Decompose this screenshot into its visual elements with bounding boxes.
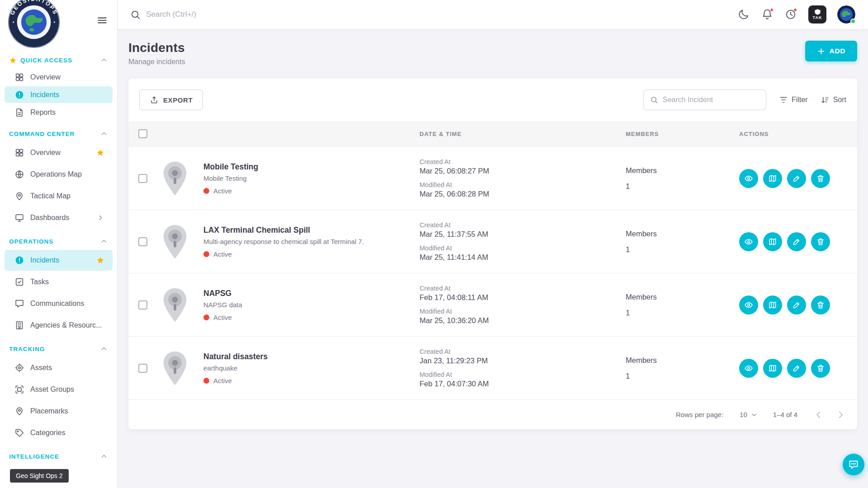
sidebar-item-asset-groups[interactable]: Asset Groups (5, 379, 113, 400)
card-toolbar: EXPORT Filter Sort (128, 79, 857, 121)
edit-button[interactable] (787, 296, 806, 314)
view-button[interactable] (739, 232, 758, 251)
filter-button[interactable]: Filter (779, 95, 808, 104)
sidebar-item-label: Reports (30, 108, 104, 117)
menu-toggle-button[interactable] (96, 14, 108, 26)
sidebar-section-quick-access[interactable]: QUICK ACCESS (0, 52, 117, 68)
created-label: Created At (420, 221, 626, 229)
geosightops-logo[interactable]: GEOSIGHTOPS COMMAND & CONTROL (7, 0, 61, 49)
created-label: Created At (420, 158, 626, 165)
row-checkbox[interactable] (138, 364, 147, 373)
dark-mode-button[interactable] (738, 8, 750, 21)
status-dot (203, 378, 209, 384)
next-page-button[interactable] (835, 408, 848, 421)
select-all-checkbox[interactable] (138, 129, 147, 138)
sort-icon (821, 95, 830, 104)
row-checkbox[interactable] (138, 237, 147, 246)
sidebar-item-placemarks[interactable]: Placemarks (5, 401, 113, 422)
sidebar-item-operations-map[interactable]: Operations Map (5, 164, 113, 185)
sidebar-item-label: Communications (30, 300, 104, 308)
map-icon (768, 300, 777, 310)
eye-icon (744, 174, 753, 183)
eye-icon (744, 237, 753, 246)
scan-box-icon (14, 385, 24, 394)
incident-name-cell: Natural disasters earthquake Active (157, 349, 420, 388)
sidebar-section-command-center[interactable]: COMMAND CENTER (0, 125, 117, 141)
delete-button[interactable] (811, 169, 830, 188)
view-button[interactable] (739, 296, 758, 314)
incident-members-cell: Members 1 (626, 166, 739, 191)
page-header: Incidents Manage incidents ADD (128, 41, 857, 66)
sidebar-item-communications[interactable]: Communications (5, 293, 113, 314)
page-subtitle: Manage incidents (128, 58, 185, 66)
check-square-icon (14, 277, 24, 287)
incident-status: Active (203, 250, 364, 258)
sidebar-item-overview[interactable]: Overview (5, 142, 113, 163)
tak-app-button[interactable]: TAK (808, 5, 826, 23)
map-button[interactable] (763, 169, 782, 188)
members-count: 1 (626, 245, 739, 254)
add-incident-button[interactable]: ADD (805, 41, 857, 61)
members-count: 1 (626, 182, 739, 191)
sidebar-section-operations[interactable]: OPERATIONS (0, 233, 117, 249)
sidebar-item-agencies-resources[interactable]: Agencies & Resourc... (5, 315, 113, 336)
favorite-star-icon[interactable] (96, 149, 104, 157)
sidebar-item-tasks[interactable]: Tasks (5, 272, 113, 292)
favorite-star-icon[interactable] (96, 256, 104, 264)
map-button[interactable] (763, 359, 782, 378)
delete-button[interactable] (811, 296, 830, 314)
table-row: Mobile Testing Mobile Testing Active Cre… (128, 146, 857, 210)
sidebar-item-categories[interactable]: Categories (5, 422, 113, 443)
export-button[interactable]: EXPORT (139, 89, 203, 110)
rows-per-page-select[interactable]: 10 (740, 411, 758, 418)
sidebar-item-tactical-map[interactable]: Tactical Map (5, 186, 113, 206)
rows-per-page: Rows per page: 10 (676, 411, 758, 418)
delete-button[interactable] (811, 359, 830, 378)
sort-button[interactable]: Sort (821, 95, 846, 104)
notifications-button[interactable] (761, 8, 774, 21)
map-button[interactable] (763, 232, 782, 251)
sidebar-item-overview-quick[interactable]: Overview (5, 69, 113, 85)
sidebar-item-assets[interactable]: Assets (5, 357, 113, 378)
rows-per-page-label: Rows per page: (676, 411, 723, 418)
user-avatar[interactable] (837, 5, 855, 23)
sidebar-item-incidents[interactable]: Incidents (5, 250, 113, 271)
sidebar-item-incidents-quick[interactable]: Incidents (5, 86, 113, 103)
sidebar-item-label: Categories (30, 429, 104, 437)
chat-fab-button[interactable] (843, 454, 864, 475)
activity-clock-button[interactable] (785, 8, 797, 21)
incident-pin-image (157, 159, 193, 198)
created-label: Created At (420, 348, 626, 355)
row-actions (739, 296, 857, 314)
sidebar-item-label: Incidents (30, 91, 104, 99)
members-label: Members (626, 166, 739, 175)
modified-label: Modified At (420, 244, 626, 252)
view-button[interactable] (739, 359, 758, 378)
delete-button[interactable] (811, 232, 830, 251)
sidebar-section-intelligence[interactable]: INTELLIGENCE (0, 448, 117, 464)
row-checkbox[interactable] (138, 300, 147, 310)
global-search-input[interactable] (146, 10, 336, 19)
eye-icon (744, 364, 753, 373)
incident-subtitle: NAPSG data (203, 301, 242, 309)
star-icon (9, 56, 17, 64)
status-label: Active (213, 250, 232, 258)
sidebar-section-tracking[interactable]: TRACKING (0, 340, 117, 357)
view-button[interactable] (739, 169, 758, 188)
edit-button[interactable] (787, 232, 806, 251)
created-label: Created At (420, 285, 626, 292)
incident-search-input[interactable] (663, 96, 760, 104)
incident-dates-cell: Created AtFeb 17, 04:08:11 AM Modified A… (420, 285, 626, 325)
row-checkbox[interactable] (138, 174, 147, 183)
edit-button[interactable] (787, 169, 806, 188)
map-icon (768, 174, 777, 183)
sidebar-item-reports-quick[interactable]: Reports (5, 104, 113, 121)
global-search (130, 9, 738, 20)
tak-shield-icon (814, 9, 821, 15)
edit-button[interactable] (787, 359, 806, 378)
previous-page-button[interactable] (813, 408, 826, 421)
sidebar-item-dashboards[interactable]: Dashboards (5, 207, 113, 228)
section-label: COMMAND CENTER (9, 131, 100, 137)
map-button[interactable] (763, 296, 782, 314)
grid-icon (14, 148, 24, 158)
